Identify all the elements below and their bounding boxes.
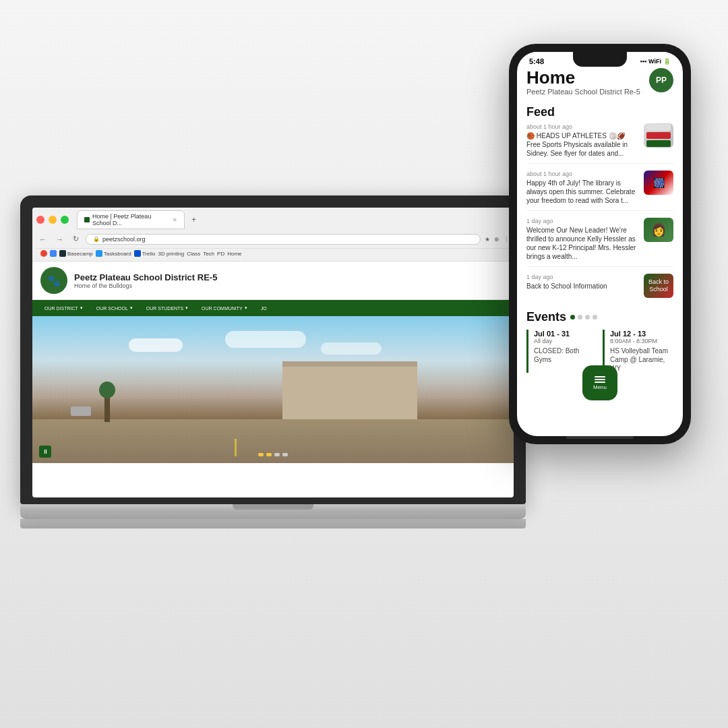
bulldog-icon: 🐾: [47, 274, 61, 287]
bookmark-star-icon[interactable]: ★: [485, 236, 490, 243]
menu-line-3: [595, 382, 605, 383]
school-tagline: Home of the Bulldogs: [74, 282, 217, 289]
nav-jo-label: JO: [261, 306, 267, 311]
nav-our-students[interactable]: OUR STUDENTS ▾: [140, 300, 195, 316]
hero-dot-3[interactable]: [274, 453, 280, 456]
bookmark-basecamp[interactable]: Basecamp: [59, 250, 93, 257]
tree-trunk: [104, 395, 110, 422]
nav-our-district[interactable]: OUR DISTRICT ▾: [38, 300, 90, 316]
feed-item-2[interactable]: about 1 hour ago Happy 4th of July! The …: [526, 171, 673, 211]
feed-time-2: about 1 hour ago: [526, 171, 638, 177]
battery-icon: 🔋: [663, 58, 671, 65]
hamburger-icon: [595, 376, 605, 383]
nav-jo[interactable]: JO: [254, 301, 274, 316]
close-btn[interactable]: [36, 216, 44, 224]
menu-button[interactable]: Menu: [582, 365, 617, 400]
hero-dot-4[interactable]: [282, 453, 288, 456]
tab-favicon: [84, 217, 90, 222]
school-nav: OUR DISTRICT ▾ OUR SCHOOL ▾ OUR STUDENTS…: [32, 300, 514, 316]
feed-body-3: Welcome Our New Leader! We're thrilled t…: [526, 226, 638, 261]
events-dot-4[interactable]: [593, 315, 597, 320]
feed-text-1: about 1 hour ago 🏀 HEADS UP ATHLETES 🏐🏈 …: [526, 123, 638, 158]
feed-item-1[interactable]: about 1 hour ago 🏀 HEADS UP ATHLETES 🏐🏈 …: [526, 123, 673, 164]
event-2-date: Jul 12 - 13: [610, 330, 673, 338]
building: [282, 361, 417, 422]
browser-tabs: Home | Peetz Plateau School D... ✕ +: [36, 210, 510, 229]
feed-item-4[interactable]: 1 day ago Back to School Information Bac…: [526, 274, 673, 303]
nav-students-chevron: ▾: [185, 305, 188, 311]
bookmark-tasksboard[interactable]: Tasksboard: [96, 250, 131, 257]
maps-icon[interactable]: [50, 250, 57, 257]
active-tab[interactable]: Home | Peetz Plateau School D... ✕: [77, 210, 185, 229]
tree-top: [99, 382, 115, 398]
nav-community-chevron: ▾: [245, 305, 247, 311]
scene: Home | Peetz Plateau School D... ✕ + ← →…: [0, 0, 728, 728]
refresh-button[interactable]: ↻: [70, 233, 82, 245]
event-1-time: All day: [534, 338, 597, 344]
events-section-title: Events: [526, 310, 566, 324]
phone-notch: [573, 52, 627, 67]
bookmarks-bar: Basecamp Tasksboard Trello 3D printing: [36, 248, 510, 258]
url-bar[interactable]: 🔒 peetzschool.org: [86, 234, 481, 245]
bookmark-3dprinting[interactable]: 3D printing: [158, 251, 184, 257]
feed-time-3: 1 day ago: [526, 218, 638, 224]
tasksboard-label: Tasksboard: [104, 251, 131, 257]
minimize-btn[interactable]: [49, 216, 57, 224]
school-header: 🐾 Peetz Plateau School District RE-5 Hom…: [32, 262, 514, 300]
road-marking-1: [235, 439, 237, 456]
tasksboard-favicon: [96, 250, 102, 257]
school-name: Peetz Plateau School District RE-5: [74, 272, 217, 282]
feed-section-title: Feed: [526, 105, 673, 119]
feed-text-4: 1 day ago Back to School Information: [526, 274, 638, 291]
signal-bars-icon: ▪▪▪: [640, 58, 647, 65]
tab-close-icon[interactable]: ✕: [173, 217, 177, 223]
phone-menu-btn-wrapper[interactable]: Menu: [582, 365, 617, 400]
feed-thumb-2: 🎆: [644, 171, 673, 195]
events-dot-2[interactable]: [578, 315, 582, 320]
menu-line-2: [595, 379, 605, 380]
events-dot-3[interactable]: [585, 315, 590, 320]
class-label: Class: [187, 251, 200, 257]
gmail-icon[interactable]: [40, 250, 47, 257]
event-1-date: Jul 01 - 31: [534, 330, 597, 338]
events-dot-active[interactable]: [570, 315, 575, 320]
feed-thumb-4: Back to School: [644, 274, 673, 298]
new-tab-button[interactable]: +: [187, 214, 200, 226]
vehicle: [71, 406, 91, 416]
bookmark-tech[interactable]: Tech: [203, 251, 214, 257]
back-button[interactable]: ←: [36, 234, 49, 245]
laptop-screen-outer: Home | Peetz Plateau School D... ✕ + ← →…: [20, 195, 526, 504]
bookmark-trello[interactable]: Trello: [134, 250, 156, 257]
nav-our-school[interactable]: OUR SCHOOL ▾: [90, 300, 140, 316]
laptop-base: [20, 504, 526, 519]
bookmark-pd[interactable]: PD: [217, 251, 224, 257]
hero-dot-2[interactable]: [266, 453, 272, 456]
browser-chrome: Home | Peetz Plateau School D... ✕ + ← →…: [32, 208, 514, 262]
phone-time: 5:48: [529, 57, 544, 65]
extensions-icon[interactable]: ⊕: [494, 236, 499, 243]
ground: [32, 419, 514, 463]
cloud-3: [321, 342, 382, 355]
home-label: Home: [227, 251, 241, 257]
nav-our-community[interactable]: OUR COMMUNITY ▾: [195, 300, 254, 316]
hero-image: ⏸: [32, 316, 514, 463]
pause-button[interactable]: ⏸: [39, 446, 51, 458]
nav-students-label: OUR STUDENTS: [146, 306, 183, 311]
basecamp-favicon: [59, 250, 66, 257]
hero-dot-1[interactable]: [258, 453, 264, 456]
forward-button[interactable]: →: [53, 234, 66, 245]
menu-line-1: [595, 376, 605, 377]
bookmark-class[interactable]: Class: [187, 251, 200, 257]
hero-pagination: [258, 453, 288, 456]
nav-district-chevron: ▾: [80, 305, 83, 311]
bookmark-home[interactable]: Home: [227, 251, 241, 257]
event-1-title: CLOSED: Both Gyms: [534, 346, 597, 364]
phone-avatar[interactable]: PP: [649, 68, 673, 92]
events-header: Events: [526, 310, 673, 324]
maximize-btn[interactable]: [61, 216, 69, 224]
feed-item-3[interactable]: 1 day ago Welcome Our New Leader! We're …: [526, 218, 673, 267]
menu-label: Menu: [593, 384, 607, 390]
phone-page-title-row: Home Peetz Plateau School District Re-5 …: [526, 68, 673, 101]
browser-addressbar: ← → ↻ 🔒 peetzschool.org ★ ⊕ ⋮: [36, 232, 510, 246]
nav-school-label: OUR SCHOOL: [96, 306, 128, 311]
